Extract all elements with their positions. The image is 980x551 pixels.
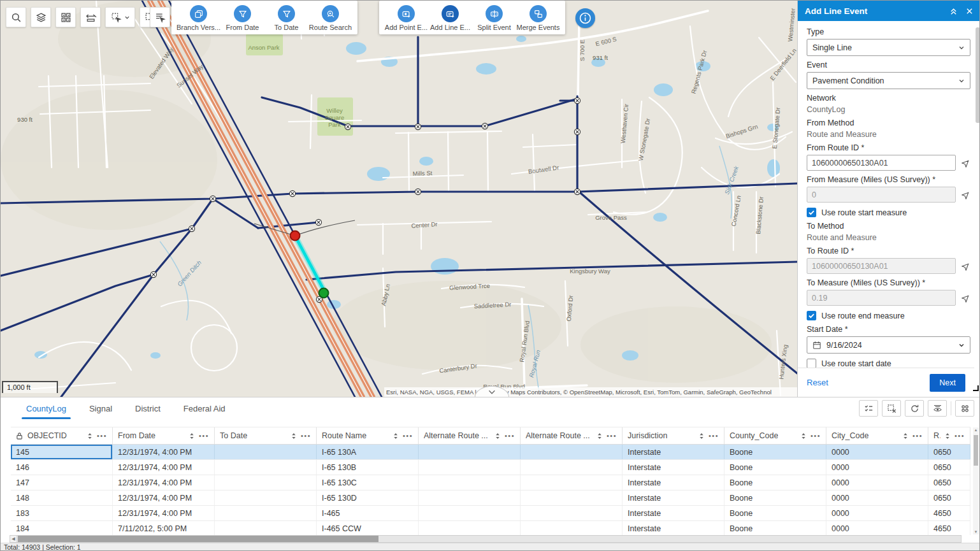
column-menu-icon[interactable]: ••• (607, 432, 617, 440)
sort-icon[interactable] (801, 433, 806, 440)
table-row[interactable]: 14812/31/1974, 4:00 PMI-65 130DInterstat… (11, 490, 970, 506)
table-cell: 0000 (826, 475, 928, 490)
scroll-left-arrow[interactable]: ◀ (10, 536, 17, 542)
column-menu-icon[interactable]: ••• (505, 432, 515, 440)
lock-icon (16, 432, 23, 440)
from-route-id-input[interactable] (807, 155, 956, 171)
table-row[interactable]: 14612/31/1974, 4:00 PMI-65 130BInterstat… (11, 460, 970, 475)
collapse-panel-icon[interactable] (949, 7, 958, 15)
column-header-to-date[interactable]: To Date••• (215, 427, 317, 444)
start-date-picker[interactable]: 9/16/2024 (807, 336, 970, 354)
close-panel-icon[interactable] (965, 7, 974, 15)
use-route-start-measure-checkbox[interactable]: Use route start measure (807, 208, 970, 217)
tab-countylog[interactable]: CountyLog (26, 404, 66, 419)
tool-to-date-button[interactable]: To Date (264, 5, 308, 31)
column-menu-icon[interactable]: ••• (199, 432, 209, 440)
table-cell: Interstate (623, 475, 724, 490)
next-button[interactable]: Next (930, 374, 965, 392)
table-cell (419, 521, 521, 535)
chevron-down-icon (958, 45, 965, 51)
column-menu-icon[interactable]: ••• (709, 432, 719, 440)
table-vertical-scrollbar[interactable]: ▲ ▼ (973, 427, 979, 534)
tool-merge-events-button[interactable]: Merge Events (516, 5, 560, 31)
sort-icon[interactable] (597, 433, 602, 440)
sort-icon[interactable] (189, 433, 194, 440)
table-cell: 147 (11, 475, 113, 490)
panel-scrollbar[interactable] (976, 24, 980, 151)
table-cell: 0650 (928, 475, 970, 490)
use-route-end-measure-checkbox[interactable]: Use route end measure (807, 311, 970, 320)
tab-federal-aid[interactable]: Federal Aid (184, 404, 226, 419)
sort-icon[interactable] (903, 433, 908, 440)
table-horizontal-scrollbar[interactable]: ◀ (10, 535, 962, 543)
pick-measure-on-map-icon[interactable] (962, 294, 970, 303)
toolbar-select-button[interactable] (105, 7, 135, 27)
refresh-button[interactable] (905, 400, 924, 417)
table-cell: I-65 130D (317, 490, 419, 505)
pick-route-on-map-icon[interactable] (962, 159, 970, 168)
apps-grid-button[interactable] (955, 400, 974, 417)
column-header-from-date[interactable]: From Date••• (113, 427, 215, 444)
column-header-objectid[interactable]: OBJECTID••• (11, 427, 113, 444)
sort-icon[interactable] (393, 433, 398, 440)
chevron-down-icon (124, 15, 130, 20)
column-header-city-code[interactable]: City_Code••• (826, 427, 928, 444)
column-header-alternate-route[interactable]: Alternate Route ...••• (521, 427, 623, 444)
map-view[interactable]: Elevated WaySunset WayAnson Park930 ft93… (1, 1, 797, 397)
tab-district[interactable]: District (135, 404, 161, 419)
toolbar-attribute-selection-button[interactable] (150, 7, 170, 27)
sort-icon[interactable] (87, 433, 92, 440)
attribute-table: OBJECTID•••From Date•••To Date•••Route N… (11, 427, 970, 535)
table-row[interactable]: 1847/11/2012, 5:00 PMI-465 CCWInterstate… (11, 521, 970, 535)
column-menu-icon[interactable]: ••• (811, 432, 821, 440)
column-menu-icon[interactable]: ••• (912, 432, 923, 440)
show-selected-records-button[interactable] (859, 400, 878, 417)
reset-link[interactable]: Reset (807, 378, 828, 387)
table-row[interactable]: 18312/31/1974, 4:00 PMI-465InterstateBoo… (11, 506, 970, 521)
use-route-start-date-checkbox[interactable]: Use route start date (807, 359, 970, 368)
toolbar-search-button[interactable] (6, 7, 26, 27)
toolbar-basemap-gallery-button[interactable] (55, 7, 76, 27)
add-point-e-icon (398, 5, 415, 22)
toolbar-layers-button[interactable] (31, 7, 51, 27)
tool-from-date-button[interactable]: From Date (220, 5, 264, 31)
column-header-jurisdiction[interactable]: Jurisdiction••• (623, 427, 724, 444)
column-menu-icon[interactable]: ••• (403, 432, 413, 440)
type-select[interactable]: Single Line (807, 39, 970, 56)
column-header-rtel[interactable]: RTEL••• (928, 427, 970, 444)
to-method-label: To Method (807, 222, 970, 231)
event-select[interactable]: Pavement Condition (807, 72, 970, 89)
clear-selection-button[interactable] (882, 400, 901, 417)
toolbar-measure-button[interactable] (80, 7, 101, 27)
scrollbar-thumb[interactable] (18, 536, 378, 542)
tool-add-point-e-button[interactable]: Add Point E... (384, 5, 428, 31)
sort-icon[interactable] (291, 433, 296, 440)
sort-icon[interactable] (699, 433, 704, 440)
tool-add-line-e-button[interactable]: Add Line E... (428, 5, 472, 31)
panel-resize-handle[interactable] (973, 385, 979, 391)
column-menu-icon[interactable]: ••• (301, 432, 311, 440)
pick-measure-on-map-icon[interactable] (962, 190, 970, 199)
panel-body: Type Single Line Event Pavement Conditio… (798, 21, 980, 368)
column-header-alternate-route[interactable]: Alternate Route ...••• (419, 427, 521, 444)
table-cell: Boone (724, 475, 826, 490)
sort-icon[interactable] (945, 433, 950, 440)
sort-icon[interactable] (495, 433, 500, 440)
tool-branch-vers-button[interactable]: Branch Vers... (177, 5, 220, 31)
tab-signal[interactable]: Signal (89, 404, 112, 419)
hide-columns-button[interactable] (928, 400, 947, 417)
column-menu-icon[interactable]: ••• (97, 432, 107, 440)
pick-route-on-map-icon[interactable] (962, 262, 970, 271)
column-header-county-code[interactable]: County_Code••• (724, 427, 826, 444)
add-line-event-panel: Add Line Event Type Single Line Event Pa… (797, 1, 980, 397)
divider (951, 401, 951, 415)
table-row[interactable]: 14512/31/1974, 4:00 PMI-65 130AInterstat… (11, 445, 970, 460)
table-row[interactable]: 14712/31/1974, 4:00 PMI-65 130CInterstat… (11, 475, 970, 490)
table-cell (419, 490, 521, 505)
table-cell (419, 506, 521, 520)
info-button[interactable] (575, 8, 595, 28)
column-menu-icon[interactable]: ••• (955, 432, 965, 440)
tool-split-event-button[interactable]: Split Event (472, 5, 516, 31)
column-header-route-name[interactable]: Route Name••• (317, 427, 419, 444)
tool-route-search-button[interactable]: Route Search (308, 5, 352, 31)
